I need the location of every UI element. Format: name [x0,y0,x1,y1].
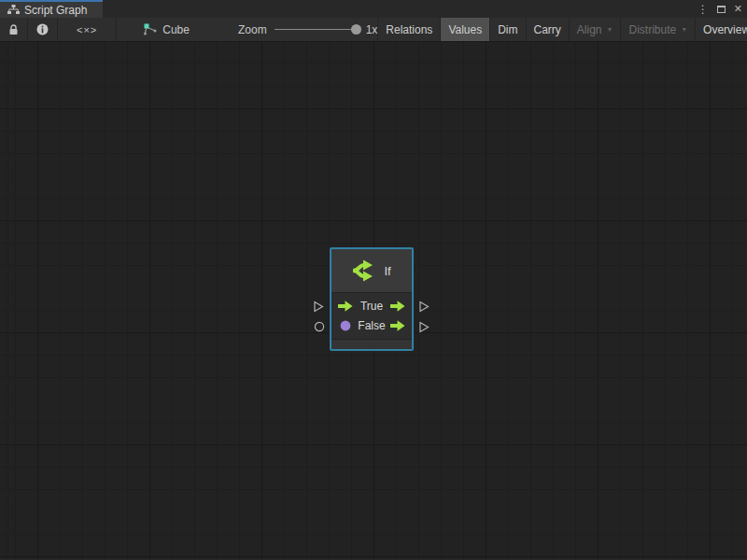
graph-canvas[interactable]: If True [0,42,747,559]
zoom-slider[interactable] [275,24,359,35]
button-label: Values [448,23,482,36]
port-label-false: False [353,319,390,332]
port-row-false: False [331,315,412,335]
chevron-down-icon: ▼ [607,26,613,33]
toolbar-button-overview[interactable]: Overview [696,18,747,41]
false-output-port[interactable] [418,321,430,333]
if-node-body: True False [331,293,412,339]
button-label: Overview [703,23,747,36]
code-brackets-icon: <×> [77,24,97,35]
lock-button[interactable] [0,18,28,41]
tab-bar: Script Graph ⋮ ✕ [0,0,747,18]
script-graph-icon [7,5,20,15]
port-label-true: True [353,300,390,313]
graph-target[interactable]: Cube [143,23,190,36]
toolbar-button-carry[interactable]: Carry [527,18,570,41]
info-icon [36,23,49,35]
port-row-true: True [331,296,412,315]
control-input-port[interactable] [313,301,325,313]
zoom-value: 1x [366,23,378,36]
graph-node-icon [143,23,157,35]
inspect-button[interactable] [28,18,58,41]
true-output-port[interactable] [418,301,430,313]
zoom-slider-handle[interactable] [351,24,361,35]
button-label: Dim [498,23,517,36]
toolbar-button-relations[interactable]: Relations [378,18,441,41]
condition-value-port[interactable] [314,321,325,332]
tab-script-graph[interactable]: Script Graph [0,0,103,18]
button-label: Relations [386,23,432,36]
zoom-control: Zoom 1x [238,23,377,36]
graph-target-label: Cube [162,23,190,36]
toolbar-button-dim[interactable]: Dim [490,18,526,41]
close-icon[interactable]: ✕ [734,4,742,14]
chevron-down-icon: ▼ [681,26,687,33]
toolbar-button-align: Align ▼ [570,18,622,41]
branch-icon [352,259,375,283]
button-label: Carry [534,23,561,36]
button-label: Distribute [628,23,676,36]
if-node-footer [331,339,412,349]
tab-title: Script Graph [24,4,87,17]
flow-out-arrow-icon[interactable] [390,301,405,312]
if-node-container: If True [330,247,414,351]
zoom-slider-track [275,29,359,30]
if-node-header: If [331,249,412,293]
button-label: Align [577,23,602,36]
menu-kebab-icon[interactable]: ⋮ [698,4,709,15]
window-controls: ⋮ ✕ [698,2,742,16]
if-node[interactable]: If True [330,247,414,351]
edit-source-button[interactable]: <×> [58,18,117,41]
zoom-label: Zoom [238,23,267,36]
toolbar-middle: Cube Zoom 1x [117,18,378,41]
maximize-icon[interactable] [717,6,726,13]
lock-icon [8,24,19,35]
toolbar-button-values[interactable]: Values [441,18,490,41]
toolbar-button-distribute: Distribute ▼ [621,18,696,41]
graph-toolbar: <×> Cube Zoom 1x Relations [0,18,747,42]
flow-in-arrow-icon[interactable] [338,301,353,312]
flow-out-arrow-icon[interactable] [390,320,405,331]
bool-value-dot-icon[interactable] [338,320,353,331]
node-title: If [384,264,390,278]
